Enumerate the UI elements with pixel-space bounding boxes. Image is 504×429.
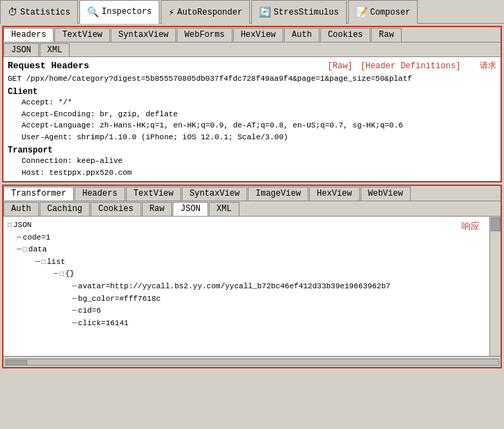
tree-node-label-3: {}: [65, 268, 74, 281]
statistics-icon: ⏱: [8, 7, 17, 18]
request-chinese-label: 请求: [480, 61, 496, 70]
tab-composer-label: Composer: [370, 8, 411, 17]
tree-node-5: ─ bg_color=#fff7618c: [8, 293, 496, 306]
response-tab-json[interactable]: JSON: [173, 202, 208, 216]
tree-node-label-5: bg_color=#fff7618c: [78, 293, 161, 306]
h-scrollbar-thumb[interactable]: [6, 360, 27, 366]
response-tab-hexview[interactable]: HexView: [309, 187, 359, 201]
tree-expand-2[interactable]: □: [41, 257, 45, 268]
response-tab-xml[interactable]: XML: [209, 202, 239, 216]
response-subtabs-row2: Auth Caching Cookies Raw JSON XML: [3, 201, 501, 217]
request-tab-headers[interactable]: Headers: [3, 28, 54, 42]
top-tab-bar: ⏱ Statistics 🔍 Inspectors ⚡ AutoResponde…: [0, 0, 504, 24]
tree-node-label-1: data: [29, 244, 47, 256]
response-tab-caching[interactable]: Caching: [40, 202, 90, 216]
tree-node-0: ─ code=1: [8, 232, 496, 244]
tree-expand-3[interactable]: □: [60, 269, 64, 280]
tab-statistics-label: Statistics: [20, 8, 70, 17]
tab-inspectors[interactable]: 🔍 Inspectors: [79, 0, 159, 24]
tab-composer[interactable]: 📝 Composer: [348, 0, 418, 24]
request-tab-raw[interactable]: Raw: [371, 28, 402, 42]
client-item-useragent: User-Agent: shrimp/1.10.0 (iPhone; iOS 1…: [8, 132, 496, 143]
client-block: Client Accept: */* Accept-Encoding: br, …: [8, 87, 496, 143]
response-tab-transformer[interactable]: Transformer: [3, 187, 74, 201]
tree-expand-1[interactable]: □: [23, 244, 27, 256]
response-tab-auth[interactable]: Auth: [3, 202, 39, 216]
tree-node-label-6: cid=6: [78, 305, 101, 318]
response-chinese-label: 响应: [462, 219, 480, 234]
tree-node-1: ─ □ data: [8, 244, 496, 256]
request-subtabs-row2: JSON XML: [3, 42, 501, 57]
tree-root-label: JSON: [13, 219, 31, 232]
transport-block: Transport Connection: keep-alive Host: t…: [8, 146, 496, 178]
client-item-accept: Accept: */*: [8, 97, 496, 109]
request-tab-xml[interactable]: XML: [40, 43, 70, 56]
tab-stresstimulus-label: StresStimulus: [274, 8, 339, 17]
request-tab-textview[interactable]: TextView: [54, 28, 110, 42]
tab-autoresponder[interactable]: ⚡ AutoResponder: [161, 0, 250, 24]
stresstimulus-icon: 🔄: [259, 6, 271, 18]
response-subtabs-row1: Transformer Headers TextView SyntaxView …: [3, 186, 501, 201]
horizontal-scrollbar[interactable]: [3, 356, 501, 367]
header-defs-link[interactable]: [Header Definitions]: [361, 61, 461, 71]
request-tab-cookies[interactable]: Cookies: [320, 28, 370, 42]
response-tab-imageview[interactable]: ImageView: [248, 187, 308, 201]
request-tab-hexview[interactable]: HexView: [233, 28, 283, 42]
transport-item-host: Host: testppx.ppx520.com: [8, 167, 496, 179]
request-headers-links: [Raw] [Header Definitions] 请求: [325, 60, 496, 72]
tree-connector-1: ─: [17, 244, 22, 256]
request-tab-webforms[interactable]: WebForms: [177, 28, 233, 42]
request-headers-title: Request Headers: [8, 61, 89, 71]
tree-node-label-7: click=16141: [78, 318, 129, 330]
response-section: Transformer Headers TextView SyntaxView …: [2, 185, 502, 368]
response-tab-raw[interactable]: Raw: [142, 202, 173, 216]
autoresponder-icon: ⚡: [168, 6, 174, 18]
response-tab-headers[interactable]: Headers: [74, 187, 125, 201]
tab-inspectors-label: Inspectors: [102, 7, 152, 17]
tab-autoresponder-label: AutoResponder: [177, 8, 242, 17]
composer-icon: 📝: [356, 6, 368, 18]
request-url: GET /ppx/home/category?digest=5b85557080…: [8, 75, 496, 83]
tree-node-label-0: code=1: [23, 232, 51, 244]
request-headers-header: Request Headers [Raw] [Header Definition…: [8, 60, 496, 72]
client-title: Client: [8, 87, 38, 97]
response-tab-textview[interactable]: TextView: [126, 187, 182, 201]
tree-node-label-4: avatar=http://yycall.bs2.yy.com/yycall_b…: [78, 281, 391, 293]
transport-title: Transport: [8, 146, 53, 155]
tree-connector-0: ─: [17, 232, 22, 244]
response-tab-syntaxview[interactable]: SyntaxView: [182, 187, 247, 201]
response-tab-cookies[interactable]: Cookies: [90, 202, 141, 216]
tree-expand-root[interactable]: □: [8, 220, 12, 231]
tree-node-6: ─ cid=6: [8, 305, 496, 318]
tab-statistics[interactable]: ⏱ Statistics: [0, 0, 78, 24]
tree-node-2: ─ □ list: [8, 256, 496, 269]
tree-root: □ JSON 响应: [8, 219, 496, 232]
tree-node-4: ─ avatar=http://yycall.bs2.yy.com/yycall…: [8, 281, 496, 293]
h-scrollbar-track[interactable]: [5, 359, 499, 366]
response-content-area: □ JSON 响应 ─ code=1 ─ □ data ─: [3, 217, 501, 356]
scrollbar-thumb[interactable]: [491, 217, 501, 231]
client-item-language: Accept-Language: zh-Hans-HK;q=1, en-HK;q…: [8, 120, 496, 132]
response-tab-webview[interactable]: WebView: [361, 187, 411, 201]
tree-node-label-2: list: [47, 256, 65, 269]
tab-stresstimulus[interactable]: 🔄 StresStimulus: [251, 0, 347, 24]
request-tab-auth[interactable]: Auth: [284, 28, 320, 42]
request-section: Headers TextView SyntaxView WebForms Hex…: [2, 26, 502, 182]
request-headers-content: Request Headers [Raw] [Header Definition…: [3, 57, 501, 181]
request-tab-json[interactable]: JSON: [3, 43, 39, 56]
client-item-encoding: Accept-Encoding: br, gzip, deflate: [8, 109, 496, 120]
tree-node-7: ─ click=16141: [8, 318, 496, 330]
tree-node-3: ─ □ {}: [8, 268, 496, 281]
request-subtabs-row1: Headers TextView SyntaxView WebForms Hex…: [3, 27, 501, 42]
transport-item-connection: Connection: keep-alive: [8, 155, 496, 167]
request-tab-syntaxview[interactable]: SyntaxView: [111, 28, 176, 42]
json-tree: □ JSON 响应 ─ code=1 ─ □ data ─: [3, 217, 501, 356]
raw-link[interactable]: [Raw]: [328, 61, 353, 71]
inspectors-icon: 🔍: [87, 6, 99, 18]
vertical-scrollbar[interactable]: [489, 217, 501, 356]
